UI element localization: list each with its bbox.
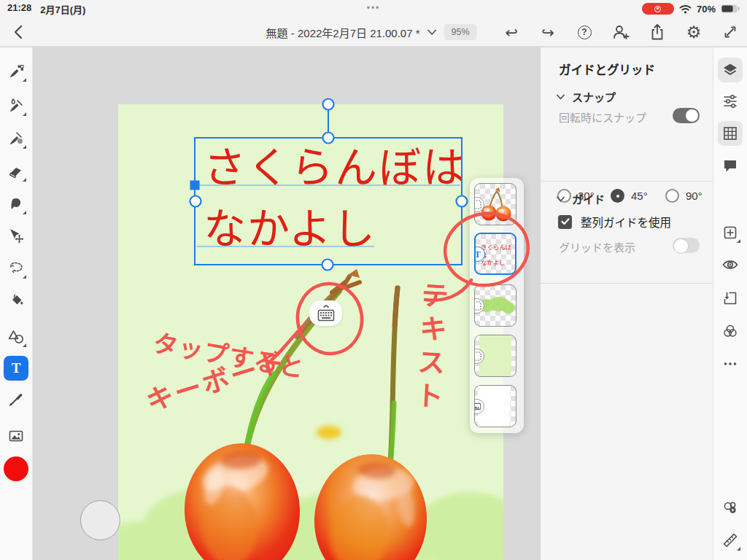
layer-thumbnail-paper[interactable] (474, 385, 516, 427)
color-swatch[interactable] (4, 456, 28, 481)
tool-move[interactable] (4, 223, 28, 248)
import-frame-button[interactable] (718, 286, 743, 311)
show-grid-label: グリッドを表示 (559, 239, 635, 254)
tool-lasso[interactable] (4, 256, 28, 281)
properties-panel-button[interactable] (718, 89, 743, 114)
tool-shapes[interactable] (4, 324, 28, 349)
left-handle[interactable] (190, 196, 201, 207)
show-grid-toggle[interactable] (673, 238, 700, 253)
angle-label: 90° (686, 190, 703, 202)
layers-float-panel: さくらんぼは なかよし T (470, 178, 524, 433)
layer-thumbnail-background-tint[interactable] (474, 335, 516, 377)
touch-shortcut-button[interactable] (80, 500, 120, 540)
tool-live-brush[interactable] (4, 93, 28, 118)
align-guides-label: 整列ガイドを使用 (581, 214, 671, 230)
tool-place-image[interactable] (4, 424, 28, 448)
right-handle[interactable] (457, 196, 468, 207)
settings-button[interactable]: ⚙ (684, 23, 703, 42)
color-mix-button[interactable] (718, 319, 743, 343)
submenu-indicator (23, 78, 26, 82)
submenu-indicator (23, 275, 26, 279)
title-chevron-down-icon[interactable] (427, 29, 437, 36)
tool-sidebar: T (0, 47, 33, 560)
livestream-button[interactable] (718, 495, 743, 520)
tool-fill[interactable] (4, 289, 28, 314)
clock: 21:28 (7, 2, 31, 16)
submenu-indicator (23, 343, 26, 347)
rotate-snap-label: 回転時にスナップ (559, 109, 646, 125)
top-handle[interactable] (323, 133, 334, 144)
layer-thumbnail-green-blobs[interactable] (474, 284, 516, 327)
tool-pixel-brush[interactable] (4, 59, 28, 84)
status-bar: 21:28 2月7日(月) ••• 70% (0, 0, 747, 18)
top-bar: 21:28 2月7日(月) ••• 70% 無題 - 2022年2月7日 21.… (0, 0, 747, 47)
artwork-canvas[interactable]: さくらんぼは なかよし (33, 47, 540, 560)
submenu-indicator (23, 145, 26, 149)
screen-recording-indicator[interactable] (642, 3, 674, 15)
radio-icon (665, 189, 679, 203)
help-icon: ? (578, 26, 592, 39)
help-button[interactable]: ? (575, 23, 594, 42)
guides-grid-panel: ガイドとグリッド スナップ 回転時にスナップ 30° 45° 90° ガイド 整… (540, 47, 713, 560)
tool-smudge[interactable] (4, 192, 28, 217)
panel-sidebar (713, 47, 747, 560)
invite-button[interactable] (611, 23, 630, 42)
layer-thumbnail-cherries[interactable] (474, 183, 516, 225)
wifi-icon (679, 4, 692, 14)
angle-label: 45° (631, 190, 648, 202)
comments-button[interactable] (718, 153, 743, 178)
divider (541, 283, 713, 284)
battery-icon (721, 4, 740, 13)
zoom-level-badge[interactable]: 95% (444, 24, 477, 40)
guides-grid-panel-button[interactable] (718, 121, 743, 146)
guide-section-label: ガイド (572, 191, 605, 206)
share-button[interactable] (648, 23, 667, 42)
keyboard-icon (317, 304, 336, 323)
back-button[interactable] (9, 23, 28, 42)
baseline-handle[interactable] (190, 181, 200, 190)
submenu-indicator (23, 211, 26, 214)
document-title: 無題 - 2022年2月7日 21.00.07 * (266, 25, 420, 40)
snap-section-header[interactable]: スナップ (557, 89, 616, 104)
fullscreen-button[interactable] (721, 23, 740, 42)
tool-eyedropper[interactable] (4, 387, 28, 412)
rotate-snap-toggle[interactable] (673, 108, 700, 123)
document-toolbar: 無題 - 2022年2月7日 21.00.07 * 95% ↩ ↪ ? (0, 18, 747, 47)
submenu-indicator (23, 112, 26, 116)
chevron-down-icon (557, 196, 565, 202)
invite-person-icon (612, 24, 630, 40)
svg-text:T: T (12, 360, 21, 376)
more-options-button[interactable] (718, 351, 743, 376)
layers-panel-button[interactable] (718, 58, 743, 82)
add-button[interactable] (718, 220, 743, 245)
keyboard-toggle-button[interactable] (309, 300, 342, 326)
align-guides-row[interactable]: 整列ガイドを使用 (558, 214, 671, 230)
ruler-button[interactable] (718, 528, 743, 553)
guide-section-header[interactable]: ガイド (557, 191, 605, 206)
align-guides-checkbox[interactable] (558, 215, 572, 229)
canvas-workspace[interactable]: さくらんぼは なかよし (33, 47, 540, 560)
visibility-button[interactable] (718, 252, 743, 277)
redo-button[interactable]: ↪ (538, 23, 557, 42)
submenu-indicator (737, 547, 740, 551)
angle-option-45[interactable]: 45° (611, 189, 665, 203)
status-overflow-dots[interactable]: ••• (367, 3, 381, 13)
angle-option-90[interactable]: 90° (665, 189, 703, 203)
check-icon (561, 218, 570, 225)
record-icon (654, 6, 661, 12)
rotate-handle[interactable] (323, 99, 334, 110)
radio-selected-icon (611, 189, 624, 203)
layer-text-line2: なかよし (481, 259, 514, 267)
undo-button[interactable]: ↩ (502, 23, 521, 42)
layer-text-line1: さくらんぼは (481, 244, 514, 259)
chevron-down-icon (557, 94, 565, 100)
layer-thumbnail-text[interactable]: さくらんぼは なかよし T (474, 233, 516, 275)
panel-title: ガイドとグリッド (559, 61, 655, 78)
share-icon (650, 23, 665, 41)
tool-mixer-brush[interactable] (4, 126, 28, 151)
tool-eraser[interactable] (4, 159, 28, 184)
bottom-handle[interactable] (322, 260, 333, 271)
submenu-indicator (23, 178, 26, 182)
submenu-indicator (737, 239, 740, 243)
tool-text[interactable]: T (4, 356, 28, 381)
